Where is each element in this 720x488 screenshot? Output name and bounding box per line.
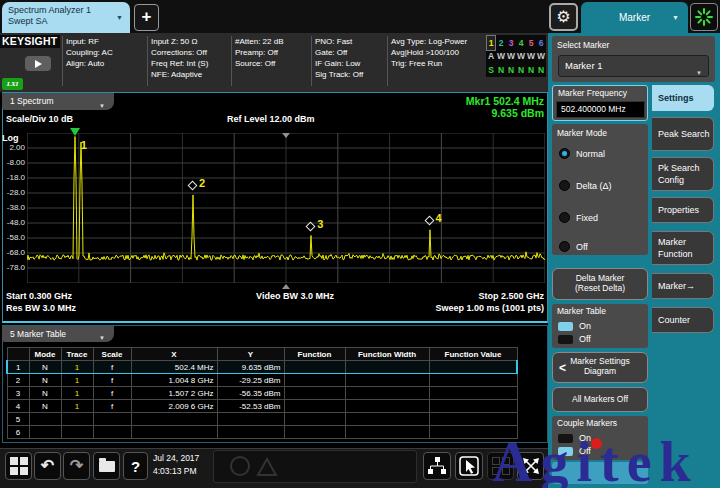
- status-col-avg[interactable]: Avg Type: Log-PowerAvg|Hold >100/100Trig…: [391, 36, 467, 69]
- windows-start-button[interactable]: [5, 452, 32, 480]
- chevron-left-icon: <: [559, 361, 566, 375]
- mode-delta-label[interactable]: Delta (Δ): [576, 181, 612, 191]
- table-row[interactable]: 2N1f1.004 8 GHz-29.25 dBm: [7, 374, 517, 387]
- divider: [311, 36, 312, 86]
- y-axis-label: -68.0: [1, 248, 25, 257]
- y-axis-label: 2.00: [1, 143, 25, 152]
- tab-counter[interactable]: Counter: [652, 307, 714, 333]
- status-bar: KEYSIGHT LXI Input: RFCoupling: ACAlign:…: [0, 33, 548, 92]
- radio-fixed[interactable]: [559, 212, 570, 223]
- trace-detectors-row: SNNNNN: [486, 63, 546, 77]
- chevron-down-icon: ▼: [672, 14, 679, 21]
- y-axis-label: -38.0: [1, 203, 25, 212]
- video-bw-label: Video BW 3.0 MHz: [220, 291, 370, 301]
- input-overview-icon[interactable]: [25, 56, 51, 71]
- marker-table-toggle-label: Marker Table: [552, 304, 648, 316]
- trace-status-grid[interactable]: 123456 AWWWWW SNNNNN: [486, 35, 546, 77]
- spectrum-plot[interactable]: [27, 133, 545, 283]
- folder-icon: [99, 461, 115, 472]
- couple-markers-label: Couple Markers: [552, 416, 648, 428]
- select-marker-label: Select Marker: [552, 36, 715, 50]
- y-axis-label: -28.0: [1, 188, 25, 197]
- tab-properties[interactable]: Properties: [652, 197, 714, 223]
- marker-table-off-indicator[interactable]: [558, 335, 573, 344]
- all-markers-off-button[interactable]: All Markers Off: [552, 387, 648, 412]
- mode-normal-label[interactable]: Normal: [576, 149, 605, 159]
- undo-button[interactable]: ↶: [34, 452, 61, 480]
- mode-fixed-label[interactable]: Fixed: [576, 213, 598, 223]
- radio-delta[interactable]: [559, 180, 570, 191]
- table-row[interactable]: 4N1f2.009 6 GHz-52.53 dBm: [7, 400, 517, 413]
- date-text: Jul 24, 2017: [153, 452, 199, 465]
- trace-numbers-row: 123456: [486, 35, 546, 49]
- marker-table-window-tab[interactable]: 5 Marker Table ▼: [2, 326, 114, 342]
- table-header-row: ModeTraceScaleXYFunctionFunction WidthFu…: [7, 348, 517, 361]
- status-col-pno[interactable]: PNO: FastGate: OffIF Gain: LowSig Track:…: [315, 36, 363, 80]
- add-tab-button[interactable]: +: [134, 4, 159, 31]
- redo-icon: ↷: [70, 458, 83, 474]
- redo-button[interactable]: ↷: [63, 452, 90, 480]
- tab-peak-search[interactable]: Peak Search: [652, 117, 714, 151]
- spectrum-window-tab[interactable]: 1 Spectrum ▼: [2, 93, 114, 110]
- y-axis-label: -8.00: [1, 158, 25, 167]
- clock[interactable]: Jul 24, 2017 4:03:13 PM: [153, 452, 199, 478]
- select-marker-section: Select Marker Marker 1 ▼: [552, 36, 715, 82]
- table-row[interactable]: 5: [7, 413, 517, 426]
- y-axis-label: -78.0: [1, 263, 25, 272]
- select-marker-value: Marker 1: [565, 60, 602, 71]
- ref-level-label: Ref Level 12.00 dBm: [227, 114, 315, 124]
- app-mode-tab[interactable]: Spectrum Analyzer 1 Swept SA ▼: [2, 2, 130, 33]
- divider: [147, 36, 148, 86]
- marker-table: ModeTraceScaleXYFunctionFunction WidthFu…: [6, 347, 518, 439]
- status-col-atten[interactable]: #Atten: 22 dBPreamp: OffSource: Off: [235, 36, 283, 69]
- undo-icon: ↶: [41, 458, 54, 474]
- gear-icon: ⚙: [556, 8, 570, 25]
- marker-table-on-label[interactable]: On: [579, 321, 591, 331]
- status-col-input[interactable]: Input: RFCoupling: ACAlign: Auto: [66, 36, 113, 69]
- touch-mode-button[interactable]: [455, 452, 483, 480]
- marker-frequency-label: Marker Frequency: [553, 86, 647, 98]
- status-col-inputz[interactable]: Input Z: 50 ΩCorrections: OffFreq Ref: I…: [151, 36, 208, 80]
- block-diagram-icon: [427, 456, 447, 476]
- marker-table-off-label[interactable]: Off: [579, 334, 591, 344]
- radio-off[interactable]: [559, 241, 570, 252]
- marker-table-on-indicator[interactable]: [558, 322, 573, 331]
- circle-annotation-icon[interactable]: [230, 456, 250, 476]
- help-icon: ?: [131, 458, 140, 475]
- tab-marker-function[interactable]: Marker Function: [652, 231, 714, 265]
- touch-pointer-icon: [459, 456, 479, 476]
- tab-marker-to[interactable]: Marker→: [652, 273, 714, 299]
- file-button[interactable]: [93, 452, 120, 480]
- block-diagram-button[interactable]: [423, 452, 451, 480]
- marker-menu-title-tab[interactable]: Marker ▼: [581, 2, 688, 33]
- chevron-down-icon: ▼: [99, 330, 105, 346]
- help-button[interactable]: ?: [123, 452, 148, 480]
- marker-mode-label: Marker Mode: [552, 124, 648, 138]
- chevron-down-icon: ▼: [116, 14, 123, 21]
- play-arrow-icon: [35, 60, 42, 68]
- time-text: 4:03:13 PM: [153, 465, 199, 478]
- tab-pk-search-config[interactable]: Pk Search Config: [652, 157, 714, 191]
- mode-off-label[interactable]: Off: [576, 242, 588, 252]
- marker-mode-section: Marker Mode Normal Delta (Δ) Fixed Off: [552, 124, 648, 255]
- marker-settings-diagram-button[interactable]: < Marker Settings Diagram: [552, 352, 648, 383]
- select-marker-dropdown[interactable]: Marker 1 ▼: [558, 55, 709, 77]
- divider: [62, 36, 63, 86]
- busy-indicator-button[interactable]: [690, 3, 718, 31]
- table-row[interactable]: 6: [7, 426, 517, 439]
- marker-table-tab-label: 5 Marker Table: [10, 329, 66, 339]
- table-row[interactable]: 1N1f502.4 MHz9.635 dBm: [7, 361, 517, 374]
- triangle-annotation-icon[interactable]: [256, 456, 278, 478]
- table-row[interactable]: 3N1f1.507 2 GHz-56.35 dBm: [7, 387, 517, 400]
- y-axis-label: -48.0: [1, 218, 25, 227]
- top-tab-bar: Spectrum Analyzer 1 Swept SA ▼ + ⚙ Marke…: [0, 0, 720, 33]
- tab-settings[interactable]: Settings: [652, 85, 714, 111]
- chevron-down-icon: ▼: [99, 98, 105, 115]
- scale-div-label: Scale/Div 10 dB: [6, 114, 73, 124]
- system-settings-button[interactable]: ⚙: [549, 3, 578, 31]
- brand-logo: KEYSIGHT: [2, 35, 57, 47]
- radio-normal[interactable]: [559, 148, 570, 159]
- spectrum-tab-label: 1 Spectrum: [10, 96, 53, 106]
- marker-frequency-field[interactable]: 502.400000 MHz: [556, 101, 645, 118]
- delta-marker-button[interactable]: Delta Marker (Reset Delta): [552, 268, 648, 300]
